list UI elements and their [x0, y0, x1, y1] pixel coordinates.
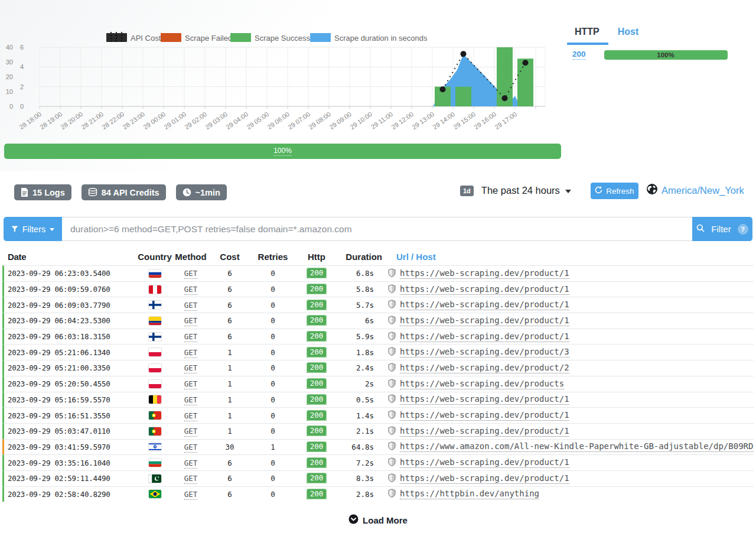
method-link[interactable]: GET [184, 395, 198, 405]
shield-icon [388, 316, 396, 326]
http-status-badge[interactable]: 200 [307, 473, 327, 483]
date-cell: 2023-09-29 05:16:59.5570 [4, 395, 136, 404]
http-status-badge[interactable]: 200 [307, 489, 327, 499]
country-flag-icon-pe [149, 285, 161, 294]
url-link[interactable]: https://web-scraping.dev/product/1 [400, 394, 569, 405]
timezone-control: America/New_York [646, 183, 744, 197]
url-link[interactable]: https://web-scraping.dev/product/1 [400, 316, 569, 326]
url-cell: https://web-scraping.dev/product/1 [382, 284, 754, 295]
svg-text:10: 10 [6, 88, 13, 95]
http-status-badge[interactable]: 200 [307, 379, 327, 389]
filter-submit-button[interactable]: Filter ? [692, 217, 752, 241]
method-link[interactable]: GET [184, 411, 198, 421]
http-status-badge[interactable]: 200 [307, 332, 327, 342]
http-status-badge[interactable]: 200 [307, 347, 327, 358]
method-link[interactable]: GET [184, 459, 198, 469]
http-status-badge[interactable]: 200 [307, 316, 327, 326]
shield-icon [388, 332, 396, 342]
retries-cell: 0 [251, 316, 295, 325]
method-link[interactable]: GET [184, 285, 198, 295]
url-link[interactable]: https://web-scraping.dev/product/1 [400, 457, 569, 468]
refresh-button[interactable]: Refresh [591, 183, 638, 199]
url-link[interactable]: https://web-scraping.dev/product/1 [400, 410, 569, 421]
method-link[interactable]: GET [184, 316, 198, 326]
method-link[interactable]: GET [184, 269, 198, 279]
svg-text:29 17:00: 29 17:00 [493, 110, 518, 131]
legend-item[interactable]: API Cost [106, 32, 161, 43]
http-status-badge[interactable]: 200 [307, 395, 327, 405]
url-link[interactable]: https://web-scraping.dev/product/1 [400, 284, 569, 295]
url-link[interactable]: https://httpbin.dev/anything [400, 489, 539, 499]
http-status-badge[interactable]: 200 [307, 442, 327, 452]
cost-cell: 6 [208, 269, 251, 278]
shield-icon [388, 300, 396, 310]
date-cell: 2023-09-29 05:21:00.3350 [4, 363, 136, 372]
http-status-badge[interactable]: 200 [307, 426, 327, 436]
method-link[interactable]: GET [184, 427, 198, 437]
column-header-url[interactable]: Url / Host [382, 252, 754, 262]
url-link[interactable]: https://web-scraping.dev/product/1 [400, 300, 569, 310]
url-link[interactable]: https://web-scraping.dev/products [400, 379, 564, 389]
retries-cell: 0 [251, 459, 295, 467]
method-cell: GET [173, 411, 208, 420]
legend-item[interactable]: Scrape duration in seconds [310, 33, 428, 43]
duration-cell: 8.3s [338, 474, 382, 483]
method-link[interactable]: GET [184, 332, 198, 342]
legend-item[interactable]: Scrape Success [230, 33, 310, 43]
method-link[interactable]: GET [184, 379, 198, 389]
url-link[interactable]: https://web-scraping.dev/product/2 [400, 363, 569, 373]
retries-cell: 0 [251, 411, 295, 420]
logs-table: DateCountryMethodCostRetriesHttpDuration… [2, 248, 754, 502]
time-range-label: The past 24 hours [481, 185, 560, 196]
legend-item[interactable]: Scrape Failed [161, 33, 232, 43]
load-more-button[interactable]: Load More [0, 514, 756, 526]
http-status-badge[interactable]: 200 [307, 458, 327, 468]
http-status-badge[interactable]: 200 [307, 268, 327, 278]
http-cell: 200 [295, 268, 338, 278]
method-cell: GET [173, 459, 208, 467]
url-link[interactable]: https://web-scraping.dev/product/1 [400, 473, 569, 484]
http-code-percent-bar: 100% [604, 50, 728, 60]
method-cell: GET [173, 332, 208, 341]
help-button[interactable]: ? [738, 224, 748, 235]
url-link[interactable]: https://web-scraping.dev/product/1 [400, 426, 569, 437]
http-cell: 200 [295, 473, 338, 483]
url-link[interactable]: https://www.amazon.com/All-new-Kindle-Pa… [400, 441, 754, 452]
method-link[interactable]: GET [184, 490, 198, 500]
duration-cell: 2.1s [338, 427, 382, 436]
svg-text:40: 40 [6, 44, 13, 51]
url-link[interactable]: https://web-scraping.dev/product/1 [400, 268, 569, 279]
timezone-link[interactable]: America/New_York [662, 185, 744, 196]
filters-button-label: Filters [22, 225, 45, 234]
http-status-badge[interactable]: 200 [307, 284, 327, 294]
time-range-selector[interactable]: 1d The past 24 hours [460, 185, 571, 196]
date-cell: 2023-09-29 02:59:11.4490 [4, 474, 136, 483]
duration-label: ~1min [195, 188, 220, 197]
method-link[interactable]: GET [184, 348, 198, 358]
method-link[interactable]: GET [184, 443, 198, 453]
method-link[interactable]: GET [184, 301, 198, 311]
http-status-badge[interactable]: 200 [307, 300, 327, 310]
method-link[interactable]: GET [184, 363, 198, 373]
method-cell: GET [173, 395, 208, 404]
filter-query-input[interactable] [62, 217, 692, 241]
filters-dropdown-button[interactable]: Filters [4, 217, 62, 241]
http-code-link[interactable]: 200 [572, 50, 586, 60]
svg-text:29 14:00: 29 14:00 [431, 110, 456, 131]
country-flag-icon-pt [149, 427, 161, 436]
url-link[interactable]: https://web-scraping.dev/product/3 [400, 347, 569, 358]
url-cell: https://www.amazon.com/All-new-Kindle-Pa… [382, 441, 754, 452]
chart-y-axis-outer: 010203040 [6, 44, 13, 110]
retries-cell: 0 [251, 301, 295, 310]
http-status-badge[interactable]: 200 [307, 411, 327, 421]
country-flag-icon-be [149, 395, 161, 404]
http-status-badge[interactable]: 200 [307, 363, 327, 373]
column-header-cost: Cost [208, 252, 251, 262]
cost-cell: 1 [208, 395, 251, 404]
method-link[interactable]: GET [184, 474, 198, 484]
svg-text:29 11:00: 29 11:00 [370, 110, 394, 131]
retries-cell: 0 [251, 379, 295, 388]
tab-http[interactable]: HTTP [575, 27, 599, 37]
url-link[interactable]: https://web-scraping.dev/product/1 [400, 332, 569, 342]
tab-host[interactable]: Host [618, 27, 639, 37]
